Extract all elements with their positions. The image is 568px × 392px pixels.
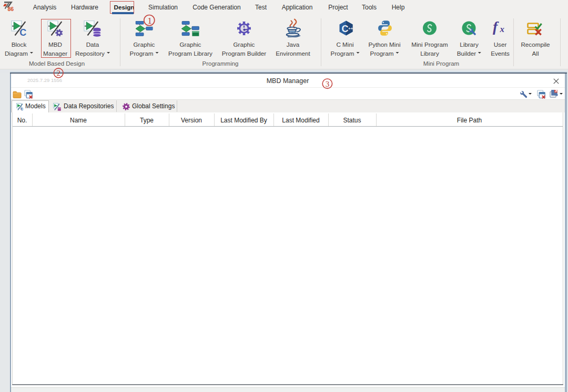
svg-text:C: C bbox=[19, 27, 26, 36]
svg-text:2: 2 bbox=[57, 69, 61, 77]
svg-text:3: 3 bbox=[326, 79, 330, 88]
svg-text:++: ++ bbox=[348, 26, 353, 31]
svg-text:C: C bbox=[342, 24, 349, 34]
svg-text:c: c bbox=[21, 106, 23, 111]
svg-text:1: 1 bbox=[148, 15, 152, 25]
svg-text:86: 86 bbox=[8, 6, 14, 12]
